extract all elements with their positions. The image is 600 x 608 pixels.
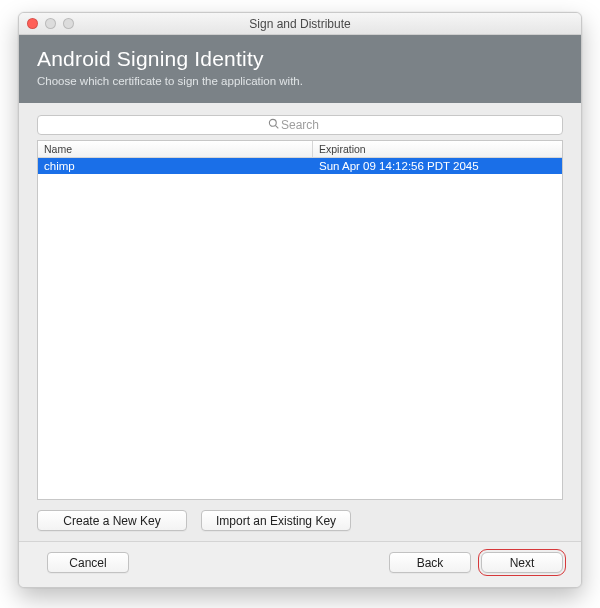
window-controls	[19, 18, 74, 29]
search-input[interactable]	[37, 115, 563, 135]
cell-expiration: Sun Apr 09 14:12:56 PDT 2045	[313, 160, 562, 172]
column-header-name[interactable]: Name	[38, 141, 313, 157]
page-subtitle: Choose which certificate to sign the app…	[37, 75, 563, 87]
close-icon[interactable]	[27, 18, 38, 29]
back-button[interactable]: Back	[389, 552, 471, 573]
cell-name: chimp	[38, 160, 313, 172]
table-row[interactable]: chimp Sun Apr 09 14:12:56 PDT 2045	[38, 158, 562, 174]
key-actions: Create a New Key Import an Existing Key	[37, 510, 563, 531]
table-header: Name Expiration	[38, 141, 562, 158]
dialog-window: Sign and Distribute Android Signing Iden…	[18, 12, 582, 588]
header-panel: Android Signing Identity Choose which ce…	[19, 35, 581, 103]
certificate-table: Name Expiration chimp Sun Apr 09 14:12:5…	[37, 140, 563, 500]
import-key-button[interactable]: Import an Existing Key	[201, 510, 351, 531]
titlebar: Sign and Distribute	[19, 13, 581, 35]
next-button[interactable]: Next	[481, 552, 563, 573]
zoom-icon	[63, 18, 74, 29]
window-title: Sign and Distribute	[19, 17, 581, 31]
column-header-expiration[interactable]: Expiration	[313, 141, 562, 157]
page-title: Android Signing Identity	[37, 47, 563, 71]
cancel-button[interactable]: Cancel	[47, 552, 129, 573]
minimize-icon	[45, 18, 56, 29]
search-field-wrap	[37, 115, 563, 135]
content-area: Name Expiration chimp Sun Apr 09 14:12:5…	[19, 103, 581, 541]
create-key-button[interactable]: Create a New Key	[37, 510, 187, 531]
footer: Cancel Back Next	[19, 541, 581, 587]
table-body[interactable]: chimp Sun Apr 09 14:12:56 PDT 2045	[38, 158, 562, 499]
